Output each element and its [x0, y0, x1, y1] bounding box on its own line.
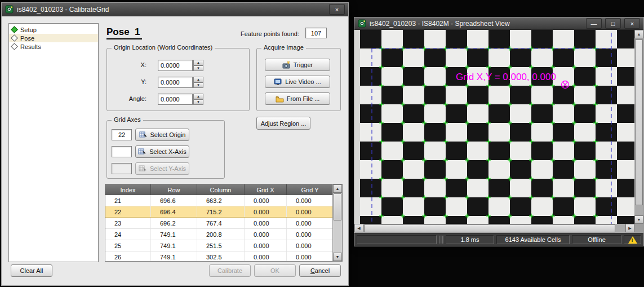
- table-scrollbar[interactable]: ▲ ▼: [332, 184, 342, 261]
- group-title: Grid Axes: [112, 116, 143, 123]
- angle-spinner: ▲ ▼: [193, 94, 203, 105]
- cell-grid-x: 0.000: [245, 206, 287, 217]
- origin-location-group: Origin Location (World Coordinates) X: 0…: [106, 48, 250, 111]
- close-icon[interactable]: ×: [329, 4, 345, 15]
- x-axis-index-field[interactable]: [112, 146, 132, 157]
- maximize-icon[interactable]: □: [605, 18, 621, 29]
- from-file-button[interactable]: From File ...: [265, 92, 330, 105]
- clear-all-button[interactable]: Clear All: [11, 264, 52, 277]
- column-header-row[interactable]: Row: [151, 184, 197, 195]
- angle-label: Angle:: [107, 95, 146, 102]
- table-row[interactable]: 23 696.2 767.4 0.000 0.000: [105, 218, 334, 229]
- select-x-axis-button[interactable]: Select X-Axis: [135, 145, 189, 158]
- cell-grid-y: 0.000: [287, 206, 334, 217]
- close-icon[interactable]: ×: [624, 18, 640, 29]
- scrollbar-thumb[interactable]: [635, 39, 643, 205]
- tree-item-results[interactable]: Results: [9, 42, 98, 51]
- table-row[interactable]: 24 749.1 200.8 0.000 0.000: [105, 229, 334, 240]
- cell-column: 302.5: [197, 251, 245, 262]
- spreadsheet-view-window: is8402_010203 - IS8402M - Spreadsheet Vi…: [354, 17, 644, 246]
- select-origin-button[interactable]: Select Origin: [135, 129, 189, 141]
- navigation-tree: Setup Pose Results: [8, 23, 99, 262]
- column-header-grid-x[interactable]: Grid X: [245, 184, 287, 195]
- image-view[interactable]: Grid X,Y = 0.000, 0.000: [354, 30, 634, 224]
- spinner-up-icon[interactable]: ▲: [193, 60, 203, 65]
- cell-grid-y: 0.000: [287, 240, 334, 251]
- cell-grid-x: 0.000: [245, 229, 287, 240]
- column-header-column[interactable]: Column: [197, 184, 245, 195]
- cell-column: 663.2: [197, 195, 245, 206]
- table-row[interactable]: 26 749.1 302.5 0.000 0.000: [105, 251, 334, 262]
- warning-exclamation: !: [632, 237, 633, 243]
- scroll-up-icon[interactable]: ▲: [333, 184, 342, 193]
- live-video-button[interactable]: Live Video ...: [265, 76, 330, 88]
- button-label: Select X-Axis: [149, 148, 186, 155]
- status-available-cells: 6143 Available Cells: [496, 235, 570, 244]
- table-row-selected[interactable]: 22 696.4 715.2 0.000 0.000: [105, 206, 334, 218]
- spinner-up-icon[interactable]: ▲: [193, 94, 203, 99]
- origin-index-field[interactable]: 22: [112, 129, 132, 140]
- grid-axes-group: Grid Axes 22 Select Origin Select X-Axis…: [106, 120, 225, 179]
- scrollbar-thumb[interactable]: [364, 224, 615, 232]
- scroll-left-icon[interactable]: ◀: [354, 224, 363, 232]
- spinner-down-icon[interactable]: ▼: [193, 65, 203, 71]
- status-divider: [442, 236, 445, 244]
- scroll-right-icon[interactable]: ▶: [625, 224, 634, 232]
- acquire-image-group: Acquire Image Trigger Live Video ... Fro…: [256, 48, 341, 111]
- cell-grid-x: 0.000: [245, 195, 287, 206]
- y-field[interactable]: 0.0000: [158, 77, 193, 88]
- scroll-down-icon[interactable]: ▼: [634, 215, 643, 224]
- scroll-up-icon[interactable]: ▲: [634, 30, 643, 38]
- status-warning[interactable]: !: [624, 235, 641, 244]
- spinner-up-icon[interactable]: ▲: [193, 77, 203, 82]
- table-row[interactable]: 25 749.1 251.5 0.000 0.000: [105, 240, 334, 251]
- tree-item-setup[interactable]: Setup: [9, 25, 98, 34]
- spreadsheet-titlebar[interactable]: is8402_010203 - IS8402M - Spreadsheet Vi…: [354, 17, 643, 30]
- tree-item-pose[interactable]: Pose: [9, 34, 98, 42]
- button-label: Select Y-Axis: [150, 165, 186, 172]
- feature-point-markers: [370, 43, 609, 220]
- cell-index: 23: [105, 218, 151, 228]
- cell-column: 200.8: [197, 229, 245, 240]
- calibrate-titlebar[interactable]: is8402_010203 - CalibrateGrid ×: [2, 3, 348, 16]
- spinner-down-icon[interactable]: ▼: [193, 99, 203, 105]
- adjust-region-button[interactable]: Adjust Region ...: [256, 117, 310, 130]
- cancel-button[interactable]: Cancel: [299, 264, 341, 277]
- horizontal-scrollbar[interactable]: ◀ ▶: [354, 224, 634, 233]
- scrollbar-thumb[interactable]: [334, 193, 341, 220]
- cell-grid-y: 0.000: [287, 218, 334, 228]
- button-label: Clear All: [20, 267, 43, 274]
- app-icon: [358, 19, 366, 28]
- scroll-down-icon[interactable]: ▼: [333, 253, 342, 261]
- tree-item-label: Pose: [20, 35, 34, 42]
- calibration-grid-image: Grid X,Y = 0.000, 0.000: [354, 30, 634, 224]
- feature-points-value: 107: [305, 28, 327, 38]
- minimize-icon[interactable]: —: [586, 18, 602, 29]
- button-label: Trigger: [294, 61, 313, 68]
- vertical-scrollbar[interactable]: ▲ ▼: [634, 30, 643, 224]
- cell-row: 696.4: [151, 206, 197, 217]
- x-label: X:: [107, 61, 146, 68]
- y-label: Y:: [107, 78, 146, 85]
- column-header-grid-y[interactable]: Grid Y: [287, 184, 334, 195]
- button-label: Live Video ...: [285, 78, 321, 85]
- trigger-button[interactable]: Trigger: [265, 59, 330, 71]
- angle-field[interactable]: 0.0000: [158, 94, 193, 105]
- select-x-axis-icon: [138, 148, 146, 156]
- cell-grid-y: 0.000: [287, 195, 334, 206]
- cell-grid-y: 0.000: [287, 229, 334, 240]
- select-origin-icon: [139, 131, 148, 139]
- status-bar: 1.8 ms 6143 Available Cells Offline !: [354, 233, 643, 246]
- status-segment-empty: [357, 235, 437, 244]
- cell-index: 22: [105, 206, 151, 217]
- feature-points-table: Index Row Column Grid X Grid Y 21 696.6 …: [105, 184, 343, 262]
- table-row[interactable]: 21 696.6 663.2 0.000 0.000: [105, 195, 334, 206]
- column-header-index[interactable]: Index: [105, 184, 151, 195]
- folder-icon: [276, 95, 284, 103]
- status-acquisition-time: 1.8 ms: [446, 235, 494, 244]
- group-title: Acquire Image: [261, 44, 306, 51]
- cell-index: 26: [105, 251, 151, 262]
- spinner-down-icon[interactable]: ▼: [193, 82, 203, 88]
- cell-index: 25: [105, 240, 151, 251]
- x-field[interactable]: 0.0000: [158, 60, 193, 71]
